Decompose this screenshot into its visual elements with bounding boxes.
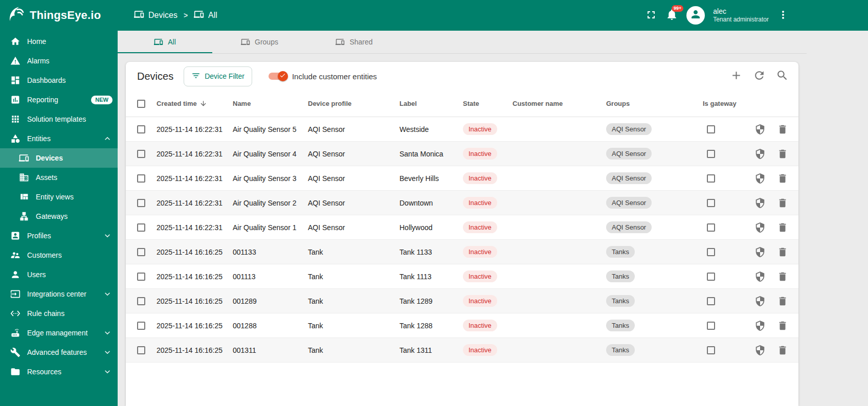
column-header-label[interactable]: Label (397, 100, 461, 107)
is-gateway-checkbox[interactable] (707, 248, 715, 256)
is-gateway-checkbox[interactable] (707, 199, 715, 207)
device-row[interactable]: 2025-11-14 16:16:25001133TankTank 1133In… (126, 240, 798, 264)
sidebar-item-gateways[interactable]: Gateways (0, 207, 118, 226)
sidebar-item-integrations-center[interactable]: Integrations center (0, 284, 118, 304)
manage-credentials-button[interactable] (754, 173, 766, 184)
is-gateway-checkbox[interactable] (707, 322, 715, 330)
row-checkbox[interactable] (137, 322, 145, 330)
column-header-state[interactable]: State (461, 100, 510, 107)
is-gateway-checkbox[interactable] (707, 273, 715, 281)
tab-shared[interactable]: Shared (307, 31, 402, 53)
column-header-name[interactable]: Name (231, 100, 306, 107)
device-row[interactable]: 2025-11-14 16:22:31Air Quality Sensor 5A… (126, 117, 798, 142)
column-header-customer-name[interactable]: Customer name (510, 100, 604, 107)
more-menu-button[interactable] (777, 9, 789, 22)
manage-credentials-button[interactable] (754, 197, 766, 209)
delete-device-button[interactable] (777, 148, 788, 160)
row-checkbox[interactable] (137, 199, 145, 207)
column-header-is-gateway[interactable]: Is gateway (701, 100, 752, 107)
sidebar-item-alarms[interactable]: Alarms (0, 51, 118, 71)
select-all-checkbox[interactable] (137, 100, 145, 108)
device-row[interactable]: 2025-11-14 16:16:25001289TankTank 1289In… (126, 289, 798, 313)
sidebar-item-entity-views[interactable]: Entity views (0, 187, 118, 207)
is-gateway-checkbox[interactable] (707, 223, 715, 232)
manage-credentials-button[interactable] (754, 296, 766, 307)
breadcrumb-all[interactable]: All (194, 9, 217, 21)
group-chip[interactable]: AQI Sensor (606, 123, 652, 135)
sidebar-item-dashboards[interactable]: Dashboards (0, 71, 118, 90)
delete-device-button[interactable] (777, 296, 788, 307)
row-checkbox[interactable] (137, 150, 145, 158)
is-gateway-checkbox[interactable] (707, 297, 715, 305)
delete-device-button[interactable] (777, 173, 788, 184)
group-chip[interactable]: AQI Sensor (606, 172, 652, 184)
manage-credentials-button[interactable] (754, 148, 766, 160)
column-header-groups[interactable]: Groups (604, 100, 701, 107)
sidebar-item-home[interactable]: Home (0, 32, 118, 51)
manage-credentials-button[interactable] (754, 222, 766, 233)
manage-credentials-button[interactable] (754, 271, 766, 282)
device-row[interactable]: 2025-11-14 16:22:31Air Quality Sensor 4A… (126, 142, 798, 166)
avatar[interactable] (686, 6, 705, 25)
device-row[interactable]: 2025-11-14 16:16:25001288TankTank 1288In… (126, 313, 798, 338)
group-chip[interactable]: Tanks (606, 295, 635, 307)
sidebar-item-entities[interactable]: Entities (0, 129, 118, 148)
device-row[interactable]: 2025-11-14 16:22:31Air Quality Sensor 2A… (126, 191, 798, 215)
sidebar-item-customers[interactable]: Customers (0, 245, 118, 265)
delete-device-button[interactable] (777, 246, 788, 258)
manage-credentials-button[interactable] (754, 124, 766, 135)
row-checkbox[interactable] (137, 346, 145, 354)
device-row[interactable]: 2025-11-14 16:22:31Air Quality Sensor 3A… (126, 166, 798, 191)
breadcrumb-devices[interactable]: Devices (134, 9, 177, 21)
group-chip[interactable]: Tanks (606, 344, 635, 356)
group-chip[interactable]: Tanks (606, 320, 635, 331)
column-header-device-profile[interactable]: Device profile (306, 100, 397, 107)
manage-credentials-button[interactable] (754, 246, 766, 258)
group-chip[interactable]: AQI Sensor (606, 221, 652, 233)
delete-device-button[interactable] (777, 222, 788, 233)
row-checkbox[interactable] (137, 297, 145, 305)
include-customer-entities-toggle[interactable] (269, 73, 287, 80)
sidebar-item-resources[interactable]: Resources (0, 362, 118, 381)
device-filter-button[interactable]: Device Filter (184, 66, 252, 86)
sidebar-item-edge-management[interactable]: Edge management (0, 323, 118, 343)
delete-device-button[interactable] (777, 345, 788, 356)
row-checkbox[interactable] (137, 273, 145, 281)
is-gateway-checkbox[interactable] (707, 125, 715, 133)
device-row[interactable]: 2025-11-14 16:16:25001311TankTank 1311In… (126, 338, 798, 363)
sidebar-item-rule-chains[interactable]: Rule chains (0, 304, 118, 323)
fullscreen-button[interactable] (645, 9, 657, 22)
group-chip[interactable]: Tanks (606, 270, 635, 282)
manage-credentials-button[interactable] (754, 345, 766, 356)
row-checkbox[interactable] (137, 248, 145, 256)
is-gateway-checkbox[interactable] (707, 174, 715, 183)
row-checkbox[interactable] (137, 125, 145, 133)
search-button[interactable] (776, 69, 789, 83)
sidebar-item-advanced-features[interactable]: Advanced features (0, 343, 118, 362)
group-chip[interactable]: Tanks (606, 246, 635, 258)
is-gateway-checkbox[interactable] (707, 150, 715, 158)
group-chip[interactable]: AQI Sensor (606, 197, 652, 209)
notifications-button[interactable]: 99+ (665, 8, 678, 22)
delete-device-button[interactable] (777, 124, 788, 135)
device-row[interactable]: 2025-11-14 16:22:31Air Quality Sensor 1A… (126, 215, 798, 240)
sidebar-item-profiles[interactable]: Profiles (0, 226, 118, 245)
is-gateway-checkbox[interactable] (707, 346, 715, 354)
group-chip[interactable]: AQI Sensor (606, 148, 652, 160)
row-checkbox[interactable] (137, 174, 145, 183)
sidebar-item-devices[interactable]: Devices (0, 148, 118, 168)
sidebar-item-users[interactable]: Users (0, 265, 118, 284)
refresh-button[interactable] (753, 69, 766, 83)
sidebar-item-assets[interactable]: Assets (0, 168, 118, 187)
column-header-created-time[interactable]: Created time (154, 100, 231, 107)
device-row[interactable]: 2025-11-14 16:16:25001113TankTank 1113In… (126, 264, 798, 289)
delete-device-button[interactable] (777, 271, 788, 282)
delete-device-button[interactable] (777, 197, 788, 209)
row-checkbox[interactable] (137, 223, 145, 232)
add-device-button[interactable] (730, 69, 743, 83)
sidebar-item-reporting[interactable]: ReportingNEW (0, 90, 118, 109)
sidebar-item-solution-templates[interactable]: Solution templates (0, 109, 118, 129)
logo[interactable]: ThingsEye.io (0, 4, 118, 27)
delete-device-button[interactable] (777, 320, 788, 331)
manage-credentials-button[interactable] (754, 320, 766, 331)
